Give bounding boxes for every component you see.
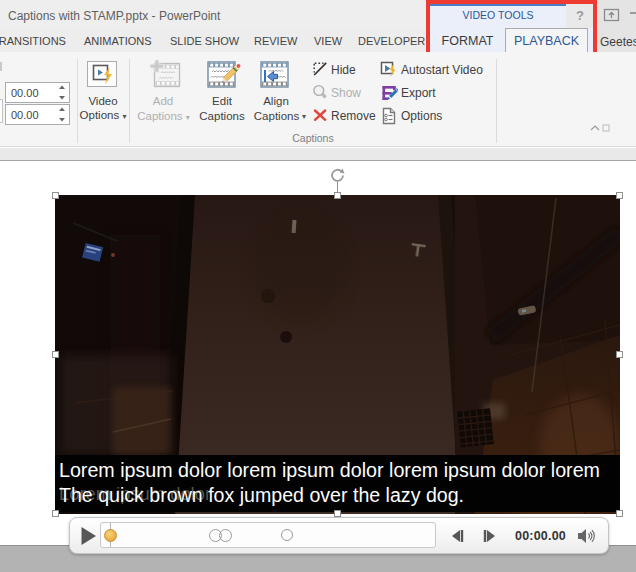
svg-text:Lorem ipsum dolor lorem ipsum: Lorem ipsum dolor lorem ipsum dolor lore… xyxy=(59,459,600,481)
svg-text:The quick brown fox jumped ove: The quick brown fox jumped over the lazy… xyxy=(59,484,464,506)
